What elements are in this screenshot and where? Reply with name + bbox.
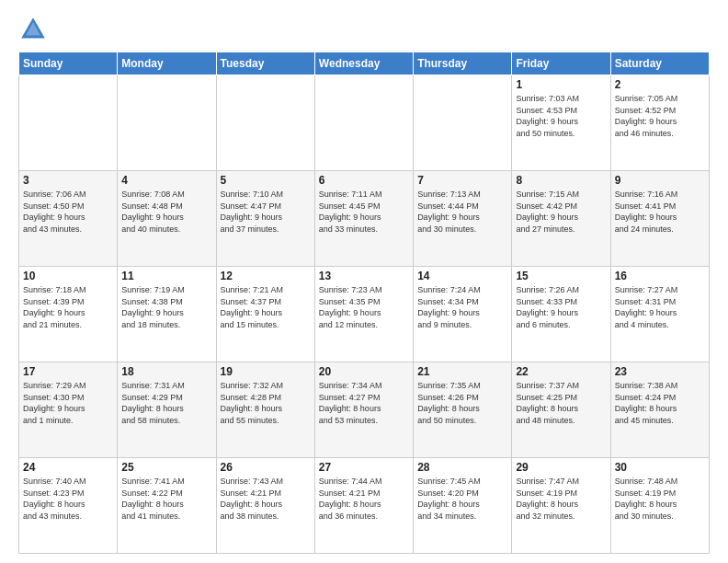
header-sunday: Sunday: [19, 52, 118, 75]
header-monday: Monday: [118, 52, 216, 75]
day-info: Sunrise: 7:11 AM Sunset: 4:45 PM Dayligh…: [319, 189, 409, 235]
calendar-cell: 5Sunrise: 7:10 AM Sunset: 4:47 PM Daylig…: [216, 171, 314, 267]
day-number: 6: [319, 174, 409, 187]
day-info: Sunrise: 7:05 AM Sunset: 4:52 PM Dayligh…: [615, 93, 705, 139]
day-number: 25: [121, 461, 211, 474]
day-info: Sunrise: 7:23 AM Sunset: 4:35 PM Dayligh…: [319, 284, 409, 330]
calendar-week-row: 3Sunrise: 7:06 AM Sunset: 4:50 PM Daylig…: [19, 171, 710, 267]
calendar-cell: 21Sunrise: 7:35 AM Sunset: 4:26 PM Dayli…: [414, 362, 512, 458]
day-number: 17: [23, 365, 113, 378]
calendar-table: SundayMondayTuesdayWednesdayThursdayFrid…: [18, 52, 710, 554]
day-info: Sunrise: 7:34 AM Sunset: 4:27 PM Dayligh…: [319, 380, 409, 426]
day-info: Sunrise: 7:13 AM Sunset: 4:44 PM Dayligh…: [417, 189, 507, 235]
day-number: 10: [23, 270, 113, 282]
day-info: Sunrise: 7:21 AM Sunset: 4:37 PM Dayligh…: [221, 284, 311, 330]
day-number: 23: [615, 365, 705, 378]
calendar-cell: 20Sunrise: 7:34 AM Sunset: 4:27 PM Dayli…: [314, 362, 413, 458]
day-number: 1: [516, 78, 606, 91]
day-number: 18: [121, 365, 211, 378]
calendar-cell: [314, 75, 413, 171]
header-thursday: Thursday: [414, 52, 512, 75]
day-info: Sunrise: 7:15 AM Sunset: 4:42 PM Dayligh…: [516, 189, 606, 235]
day-number: 11: [121, 270, 211, 282]
day-info: Sunrise: 7:24 AM Sunset: 4:34 PM Dayligh…: [417, 284, 507, 330]
calendar-cell: 24Sunrise: 7:40 AM Sunset: 4:23 PM Dayli…: [19, 458, 118, 554]
day-info: Sunrise: 7:41 AM Sunset: 4:22 PM Dayligh…: [121, 476, 211, 522]
calendar-cell: [414, 75, 512, 171]
day-number: 20: [319, 365, 409, 378]
day-number: 12: [221, 270, 311, 282]
page: SundayMondayTuesdayWednesdayThursdayFrid…: [0, 0, 728, 563]
header-friday: Friday: [512, 52, 610, 75]
day-info: Sunrise: 7:35 AM Sunset: 4:26 PM Dayligh…: [417, 380, 507, 426]
day-info: Sunrise: 7:43 AM Sunset: 4:21 PM Dayligh…: [221, 476, 311, 522]
day-info: Sunrise: 7:19 AM Sunset: 4:38 PM Dayligh…: [121, 284, 211, 330]
calendar-week-row: 24Sunrise: 7:40 AM Sunset: 4:23 PM Dayli…: [19, 458, 710, 554]
day-info: Sunrise: 7:44 AM Sunset: 4:21 PM Dayligh…: [319, 476, 409, 522]
calendar-cell: [19, 75, 118, 171]
day-number: 28: [417, 461, 507, 474]
calendar-cell: [216, 75, 314, 171]
day-info: Sunrise: 7:26 AM Sunset: 4:33 PM Dayligh…: [516, 284, 606, 330]
calendar-header-row: SundayMondayTuesdayWednesdayThursdayFrid…: [19, 52, 710, 75]
calendar-cell: 3Sunrise: 7:06 AM Sunset: 4:50 PM Daylig…: [19, 171, 118, 267]
calendar-cell: 15Sunrise: 7:26 AM Sunset: 4:33 PM Dayli…: [512, 267, 610, 362]
calendar-cell: 9Sunrise: 7:16 AM Sunset: 4:41 PM Daylig…: [610, 171, 709, 267]
calendar-cell: 1Sunrise: 7:03 AM Sunset: 4:53 PM Daylig…: [512, 75, 610, 171]
day-info: Sunrise: 7:48 AM Sunset: 4:19 PM Dayligh…: [615, 476, 705, 522]
calendar-cell: 23Sunrise: 7:38 AM Sunset: 4:24 PM Dayli…: [610, 362, 709, 458]
day-info: Sunrise: 7:37 AM Sunset: 4:25 PM Dayligh…: [516, 380, 606, 426]
day-number: 30: [615, 461, 705, 474]
calendar-cell: 26Sunrise: 7:43 AM Sunset: 4:21 PM Dayli…: [216, 458, 314, 554]
calendar-cell: 17Sunrise: 7:29 AM Sunset: 4:30 PM Dayli…: [19, 362, 118, 458]
day-number: 29: [516, 461, 606, 474]
header: [18, 15, 710, 44]
calendar-cell: 10Sunrise: 7:18 AM Sunset: 4:39 PM Dayli…: [19, 267, 118, 362]
day-number: 15: [516, 270, 606, 282]
day-info: Sunrise: 7:47 AM Sunset: 4:19 PM Dayligh…: [516, 476, 606, 522]
calendar-cell: [118, 75, 216, 171]
calendar-week-row: 10Sunrise: 7:18 AM Sunset: 4:39 PM Dayli…: [19, 267, 710, 362]
calendar-cell: 25Sunrise: 7:41 AM Sunset: 4:22 PM Dayli…: [118, 458, 216, 554]
day-number: 8: [516, 174, 606, 187]
day-info: Sunrise: 7:29 AM Sunset: 4:30 PM Dayligh…: [23, 380, 113, 426]
day-info: Sunrise: 7:27 AM Sunset: 4:31 PM Dayligh…: [615, 284, 705, 330]
calendar-cell: 22Sunrise: 7:37 AM Sunset: 4:25 PM Dayli…: [512, 362, 610, 458]
calendar-week-row: 17Sunrise: 7:29 AM Sunset: 4:30 PM Dayli…: [19, 362, 710, 458]
logo: [18, 15, 51, 44]
day-number: 24: [23, 461, 113, 474]
day-number: 2: [615, 78, 705, 91]
header-tuesday: Tuesday: [216, 52, 314, 75]
calendar-cell: 27Sunrise: 7:44 AM Sunset: 4:21 PM Dayli…: [314, 458, 413, 554]
day-info: Sunrise: 7:45 AM Sunset: 4:20 PM Dayligh…: [417, 476, 507, 522]
calendar-cell: 12Sunrise: 7:21 AM Sunset: 4:37 PM Dayli…: [216, 267, 314, 362]
day-number: 5: [221, 174, 311, 187]
calendar-cell: 16Sunrise: 7:27 AM Sunset: 4:31 PM Dayli…: [610, 267, 709, 362]
day-number: 19: [221, 365, 311, 378]
day-number: 7: [417, 174, 507, 187]
day-info: Sunrise: 7:18 AM Sunset: 4:39 PM Dayligh…: [23, 284, 113, 330]
day-number: 13: [319, 270, 409, 282]
day-number: 16: [615, 270, 705, 282]
calendar-cell: 7Sunrise: 7:13 AM Sunset: 4:44 PM Daylig…: [414, 171, 512, 267]
calendar-cell: 2Sunrise: 7:05 AM Sunset: 4:52 PM Daylig…: [610, 75, 709, 171]
calendar-week-row: 1Sunrise: 7:03 AM Sunset: 4:53 PM Daylig…: [19, 75, 710, 171]
calendar-cell: 14Sunrise: 7:24 AM Sunset: 4:34 PM Dayli…: [414, 267, 512, 362]
day-number: 22: [516, 365, 606, 378]
header-wednesday: Wednesday: [314, 52, 413, 75]
calendar-cell: 8Sunrise: 7:15 AM Sunset: 4:42 PM Daylig…: [512, 171, 610, 267]
day-number: 9: [615, 174, 705, 187]
day-number: 21: [417, 365, 507, 378]
day-info: Sunrise: 7:08 AM Sunset: 4:48 PM Dayligh…: [121, 189, 211, 235]
day-info: Sunrise: 7:40 AM Sunset: 4:23 PM Dayligh…: [23, 476, 113, 522]
calendar-cell: 4Sunrise: 7:08 AM Sunset: 4:48 PM Daylig…: [118, 171, 216, 267]
day-number: 26: [221, 461, 311, 474]
calendar-cell: 11Sunrise: 7:19 AM Sunset: 4:38 PM Dayli…: [118, 267, 216, 362]
calendar-cell: 28Sunrise: 7:45 AM Sunset: 4:20 PM Dayli…: [414, 458, 512, 554]
header-saturday: Saturday: [610, 52, 709, 75]
day-info: Sunrise: 7:16 AM Sunset: 4:41 PM Dayligh…: [615, 189, 705, 235]
day-number: 14: [417, 270, 507, 282]
day-info: Sunrise: 7:03 AM Sunset: 4:53 PM Dayligh…: [516, 93, 606, 139]
calendar-cell: 29Sunrise: 7:47 AM Sunset: 4:19 PM Dayli…: [512, 458, 610, 554]
day-info: Sunrise: 7:06 AM Sunset: 4:50 PM Dayligh…: [23, 189, 113, 235]
